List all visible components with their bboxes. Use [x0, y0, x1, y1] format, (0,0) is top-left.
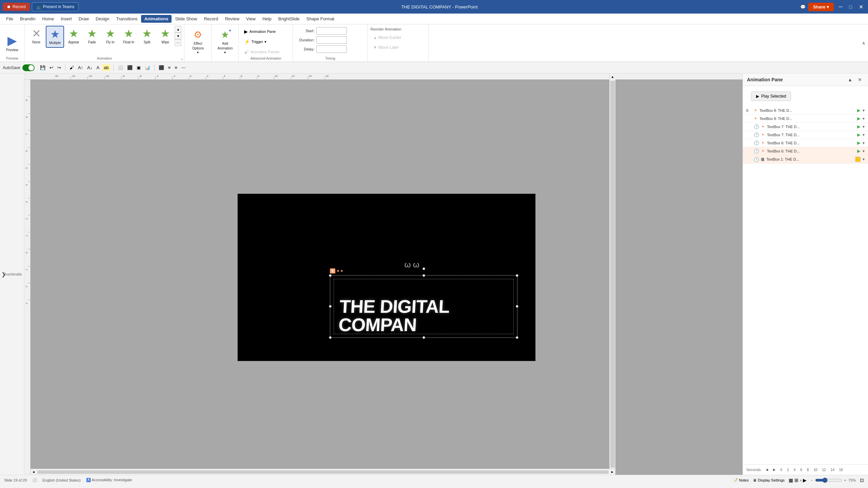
anim-item-1[interactable]: ✦ TextBox 8: THE D... ▶ ▾ — [743, 115, 868, 123]
animation-painter-button[interactable]: 🖌 Animation Painter — [241, 48, 282, 56]
zoom-slider[interactable] — [815, 477, 842, 483]
anim-multiple-button[interactable]: ★ Multiple — [46, 26, 64, 48]
scrollbar-h-thumb[interactable] — [37, 470, 609, 474]
anim-item-3[interactable]: 🕐 ✦ TextBox 7: THE D... ▶ ▾ — [743, 131, 868, 139]
timing-start-input[interactable] — [316, 27, 347, 35]
menu-record[interactable]: Record — [200, 15, 221, 23]
chart-icon[interactable]: 📊 — [143, 64, 152, 71]
anim-item-5-dropdown-icon[interactable]: ▾ — [863, 149, 865, 154]
present-in-teams-button[interactable]: 📺 Present in Teams — [32, 2, 79, 11]
menu-help[interactable]: Help — [259, 15, 275, 23]
move-later-button[interactable]: ▼ Move Later — [370, 44, 401, 51]
slideshow-button[interactable]: ▶ — [803, 477, 807, 483]
menu-transitions[interactable]: Transitions — [113, 15, 141, 23]
group-icon[interactable]: ▣ — [135, 64, 142, 71]
handle-top-middle[interactable] — [422, 274, 425, 277]
animation-group-expand-icon[interactable]: ⤡ — [181, 58, 183, 61]
anim-wipe-button[interactable]: ★ Wipe — [156, 26, 174, 46]
anim-item-2[interactable]: 🕐 ✦ TextBox 7: THE D... ▶ ▾ — [743, 123, 868, 131]
anim-pane-collapse-button[interactable]: ▲ — [846, 76, 854, 83]
timeline-left-button[interactable]: ◄ — [764, 467, 770, 473]
normal-view-button[interactable]: ▦ — [789, 477, 793, 483]
move-earlier-button[interactable]: ▲ Move Earlier — [370, 34, 404, 41]
maximize-button[interactable]: □ — [847, 4, 854, 9]
play-selected-button[interactable]: ▶ Play Selected — [751, 92, 791, 101]
slide-canvas-area[interactable]: 0 ★ ★ ω ω THE DIGITAL COM — [31, 80, 743, 475]
add-animation-button[interactable]: ★ + Add Animation ▾ — [215, 27, 235, 56]
share-button[interactable]: Share ▾ — [808, 3, 834, 11]
scroll-up-button[interactable]: ▲ — [175, 26, 181, 33]
anim-pane-close-button[interactable]: ✕ — [856, 76, 864, 83]
align-right-icon[interactable]: ≡ — [173, 64, 179, 71]
chat-icon[interactable]: 💬 — [800, 4, 806, 9]
menu-brightslide[interactable]: BrightSlide — [275, 15, 303, 23]
arrange-icon[interactable]: ⬛ — [126, 64, 134, 71]
anim-item-0-dropdown-icon[interactable]: ▾ — [863, 108, 865, 113]
scrollbar-vertical[interactable]: ▲ ▼ — [609, 80, 615, 475]
redo-icon[interactable]: ↪ — [56, 64, 62, 71]
anim-item-2-dropdown-icon[interactable]: ▾ — [863, 124, 865, 129]
menu-file[interactable]: File — [3, 15, 17, 23]
scrollbar-left-button[interactable]: ◄ — [31, 469, 37, 474]
shapes-icon[interactable]: ⬜ — [116, 64, 124, 71]
scrollbar-up-button[interactable]: ▲ — [610, 80, 616, 80]
menu-brandin[interactable]: BrandIn — [17, 15, 39, 23]
scrollbar-thumb[interactable] — [610, 81, 615, 468]
display-settings-button[interactable]: 🖥 Display Settings — [753, 478, 785, 482]
preview-button[interactable]: ▶ Preview — [3, 32, 22, 54]
handle-middle-right[interactable] — [516, 305, 518, 308]
align-left-icon[interactable]: ⬛ — [157, 64, 165, 71]
anim-item-1-dropdown-icon[interactable]: ▾ — [863, 116, 865, 121]
menu-draw[interactable]: Draw — [75, 15, 92, 23]
anim-item-4-dropdown-icon[interactable]: ▾ — [863, 141, 865, 145]
handle-bottom-left[interactable] — [329, 336, 332, 339]
close-button[interactable]: ✕ — [857, 4, 865, 10]
menu-review[interactable]: Review — [221, 15, 243, 23]
slide-sorter-button[interactable]: ⊞ — [794, 477, 798, 483]
scroll-down-button[interactable]: ▼ — [175, 33, 181, 39]
fit-to-window-button[interactable]: ⊡ — [860, 477, 864, 483]
highlight-icon[interactable]: ab — [102, 64, 110, 71]
scroll-more-button[interactable]: ⋯ — [175, 39, 181, 46]
handle-bottom-middle[interactable] — [422, 336, 425, 339]
minimize-button[interactable]: ─ — [836, 4, 844, 10]
menu-slideshow[interactable]: Slide Show — [172, 15, 200, 23]
anim-split-button[interactable]: ★ Split — [138, 26, 156, 46]
menu-insert[interactable]: Insert — [57, 15, 75, 23]
increase-font-icon[interactable]: A↑ — [77, 64, 84, 71]
anim-item-4[interactable]: 🕐 ✦ TextBox 6: THE D... ▶ ▾ — [743, 139, 868, 147]
decrease-font-icon[interactable]: A↓ — [86, 64, 94, 71]
animation-pane-button[interactable]: ▶ Animation Pane — [241, 28, 278, 35]
align-center-icon[interactable]: ≡ — [167, 64, 172, 71]
scrollbar-horizontal[interactable]: ◄ ► — [31, 469, 615, 475]
autosave-toggle[interactable] — [22, 64, 35, 71]
timing-duration-input[interactable] — [316, 36, 347, 44]
more-options-icon[interactable]: ⋯ — [180, 64, 187, 71]
handle-top-left[interactable] — [329, 274, 332, 277]
scrollbar-right-button[interactable]: ► — [609, 469, 615, 474]
format-painter-icon[interactable]: 🖌 — [68, 64, 75, 71]
timing-delay-input[interactable] — [316, 45, 347, 53]
font-color-icon[interactable]: A — [95, 64, 101, 71]
menu-design[interactable]: Design — [92, 15, 113, 23]
anim-floatin-button[interactable]: ★ Float In — [120, 26, 137, 46]
anim-fade-button[interactable]: ★ Fade — [83, 26, 101, 46]
ribbon-collapse-button[interactable]: ∧ — [862, 40, 865, 46]
anim-item-0[interactable]: 0 ✦ TextBox 8: THE D... ▶ ▾ — [743, 106, 868, 115]
anim-item-3-dropdown-icon[interactable]: ▾ — [863, 133, 865, 137]
handle-middle-left[interactable] — [329, 305, 332, 308]
zoom-in-icon[interactable]: + — [844, 478, 846, 482]
anim-flyin-button[interactable]: ★ Fly In — [101, 26, 119, 46]
zoom-level[interactable]: 73% — [848, 478, 856, 482]
zoom-out-icon[interactable]: − — [811, 478, 813, 482]
handle-bottom-right[interactable] — [516, 336, 518, 339]
anim-item-5[interactable]: 🕐 ✦ TextBox 6: THE D... ▶ ▾ — [743, 147, 868, 155]
timeline-right-button[interactable]: ► — [771, 467, 778, 473]
save-icon[interactable]: 💾 — [39, 64, 47, 71]
menu-shapeformat[interactable]: Shape Format — [303, 15, 338, 23]
menu-home[interactable]: Home — [39, 15, 58, 23]
anim-appear-button[interactable]: ★ Appear — [65, 26, 82, 46]
effect-options-button[interactable]: ⚙ Effect Options ▾ — [189, 27, 208, 56]
accessibility-investigate[interactable]: ♿ Accessibility: Investigate — [86, 478, 132, 482]
record-button[interactable]: ⏺ Record — [3, 3, 30, 11]
